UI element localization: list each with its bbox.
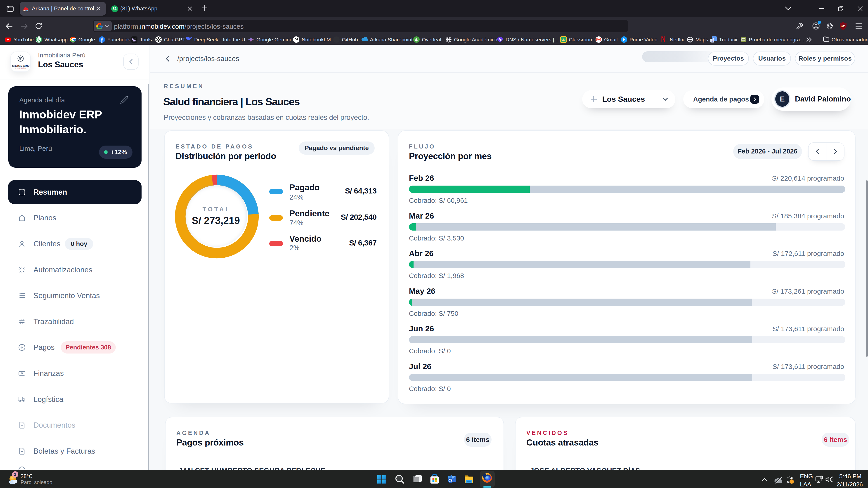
svg-text:文: 文 [711, 39, 714, 42]
svg-text:O: O [448, 478, 452, 483]
svg-text:ARKANA: ARKANA [23, 10, 30, 11]
svg-text:uO: uO [841, 24, 846, 28]
